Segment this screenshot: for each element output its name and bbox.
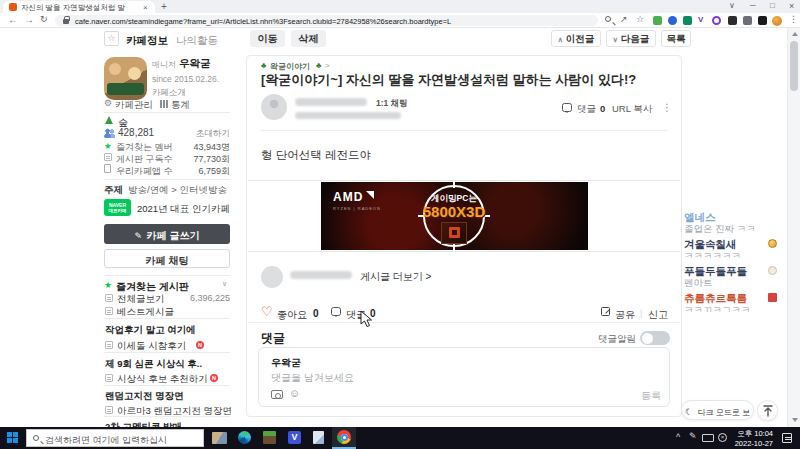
url-text[interactable]: cafe.naver.com/steamindiegame?frame_url=… [75,17,590,26]
profile-avatar[interactable] [772,16,782,26]
extension-icon-black[interactable] [758,16,767,25]
dark-mode-button[interactable]: ☾ 다크 모드로 보기 [681,400,754,420]
cafe-favorite-star-icon[interactable]: ☆ [104,31,119,46]
share-icon[interactable]: ↗ [620,14,628,24]
sidebar-section-awards[interactable]: 제 9회 심콘 시상식 후.. [105,358,202,371]
cafe-stats-link[interactable]: 통계 [171,99,190,112]
browser-tab[interactable]: 자신의 딸을 자연발생설처럼 말 × [3,1,155,13]
v-app-icon[interactable]: V [288,431,301,444]
amd-arrow-mark [366,191,374,199]
extension-icon-teal[interactable] [683,16,692,25]
author-name-blurred [295,98,367,106]
menu-icon [105,341,113,349]
tray-mute-icon[interactable]: × [718,433,727,442]
extension-icon-o[interactable] [712,16,721,25]
members-icon [104,128,115,138]
chevron-right-icon[interactable]: > [325,61,330,70]
taskbar-photo-icon[interactable] [212,432,227,444]
extension-icon-blue[interactable] [668,16,677,25]
share-box-icon[interactable] [601,307,610,316]
tray-chevron-icon[interactable]: ^ [676,432,680,442]
comments-header: 댓글 [261,330,285,347]
share-button[interactable]: 공유 [615,308,635,322]
smiley-icon[interactable]: ☺ [289,387,300,399]
cafe-write-button[interactable]: ✎ 카페 글쓰기 [104,224,230,244]
edge-icon[interactable] [238,431,251,444]
app-icon [104,164,111,173]
chat-badge-clock-icon [768,266,777,275]
comment-submit-button[interactable]: 등록 [641,389,661,403]
like-heart-icon[interactable]: ♡ [261,304,273,319]
move-button[interactable]: 이동 [250,30,285,47]
extension-icon-dark[interactable] [728,16,737,25]
amd-sub-logo: RYZEN | RADEON [333,206,381,211]
taskbar-search-box[interactable]: 검색하려면 여기에 입력하십시 [26,429,204,447]
url-copy-button[interactable]: URL 복사 [612,103,652,116]
post-more-icon[interactable]: ⋮ [662,102,672,113]
extensions-puzzle-icon[interactable] [743,16,752,25]
post-title: [왁굳이야기~] 자신의 딸을 자연발생설처럼 말하는 사람이 있다!? [261,71,673,89]
reload-icon[interactable]: ↻ [40,14,48,24]
author-avatar[interactable] [261,94,287,120]
scrollbar-thumb[interactable] [790,41,798,91]
like-label[interactable]: 좋아요 [277,308,307,322]
scroll-down-arrow[interactable] [792,418,798,422]
comment-input-box[interactable]: 우왁굳 댓글을 남겨보세요 ☺ 등록 [258,347,670,407]
fav-boards-header[interactable]: 즐겨찾는 게시판 [116,280,189,294]
extension-icon-v[interactable]: V [698,15,703,24]
new-tab-button[interactable]: + [161,1,167,12]
more-posts-link[interactable]: 게시글 더보기 > [360,270,431,284]
tray-keyboard-icon[interactable] [702,434,714,442]
tab-close-icon[interactable]: × [143,3,148,12]
sidebar-item-all-posts[interactable]: 전체글보기 [117,293,165,306]
list-button[interactable]: 목록 [661,30,691,47]
ad-line2: 5800X3D [417,203,491,220]
scrollbar[interactable] [787,28,800,427]
minecraft-icon[interactable] [263,431,276,444]
post-date-blurred [295,112,401,119]
bookmark-star-icon[interactable]: ☆ [636,14,644,24]
camera-icon[interactable] [271,390,283,399]
comment-placeholder[interactable]: 댓글을 남겨보세요 [271,371,354,385]
address-bar[interactable]: cafe.naver.com/steamindiegame?frame_url=… [55,15,598,26]
comment-bubble-icon [331,307,341,316]
cafe-chat-button[interactable]: 카페 채팅 [104,249,230,268]
tray-pen-icon[interactable]: ✎ [689,431,697,441]
scroll-up-arrow[interactable] [792,32,798,36]
prev-post-button[interactable]: ∧ 이전글 [551,30,601,47]
window-menu-chevron-icon[interactable]: ∨ [729,1,735,10]
pencil-icon: ✎ [135,231,143,241]
chrome-icon[interactable] [337,430,351,444]
document-app-icon[interactable] [313,431,324,444]
back-icon[interactable]: ← [8,14,18,25]
extension-icon-green[interactable] [653,16,662,25]
manager-name[interactable]: 우왁굳 [179,57,211,71]
ad-banner[interactable]: AMD RYZEN | RADEON 게이밍PC는 5800X3D [321,182,588,250]
sidebar-section-work-review[interactable]: 작업후기 말고 여기에 [105,324,196,337]
forward-icon[interactable]: → [24,14,34,25]
divider [104,275,230,276]
cafe-manage-link[interactable]: 카페관리 [115,99,153,112]
browser-menu-icon[interactable]: ⋮ [789,14,798,24]
chevron-down-icon[interactable]: ∨ [222,280,227,288]
scroll-top-button[interactable] [757,400,778,421]
tab-title: 자신의 딸을 자연발생설처럼 말 [21,3,137,13]
sidebar-section-random[interactable]: 랜덤고지전 명장면 [105,390,184,403]
zoom-search-icon[interactable] [605,16,611,22]
window-maximize-icon[interactable]: □ [770,1,775,10]
browser-toolbar: ← → ↻ cafe.naver.com/steamindiegame?fram… [0,13,800,28]
chat-1to1-badge[interactable]: 1:1 채팅 [376,98,408,110]
window-close-icon[interactable]: × [789,1,794,11]
tab-my-activity[interactable]: 나의활동 [176,34,218,48]
delete-button[interactable]: 삭제 [291,30,326,47]
notification-center-icon[interactable] [782,433,792,443]
comment-alarm-toggle[interactable] [640,331,670,345]
report-button[interactable]: 신고 [648,308,668,322]
windows-start-button[interactable] [7,432,18,443]
window-minimize-icon[interactable]: ─ [750,1,756,10]
tab-cafe-info[interactable]: 카페정보 [126,34,168,48]
taskbar-clock[interactable]: 오후 10:04 2022-10-27 [733,429,773,448]
invite-link[interactable]: 초대하기 [196,128,230,140]
cafe-intro-link[interactable]: 카페소개 [152,87,186,99]
next-post-button[interactable]: ∨ 다음글 [606,30,656,47]
